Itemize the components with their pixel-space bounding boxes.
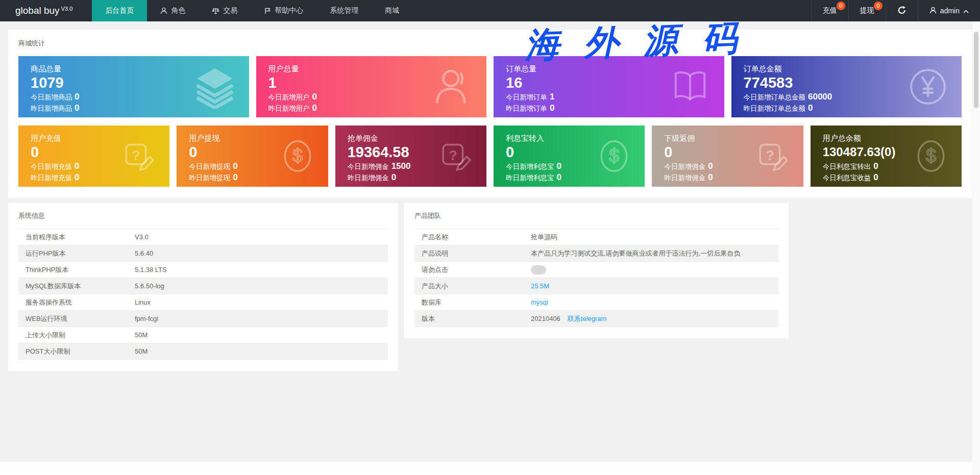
top-navbar: global buyV3.0 后台首页 角色 交易 帮助中心 系统管理 商城 充… [0,0,980,21]
recharge-badge: 0 [837,2,845,10]
stat-card-order-amount: 订单总金额 774583 今日新增订单总金额60000 昨日新增订单总金额0 [731,56,962,117]
card-line-value: 0 [312,92,317,102]
row-label: 产品说明 [414,249,531,258]
refresh-button[interactable] [886,0,918,21]
card-line-label: 今日新增提现 [189,163,230,170]
stat-card-order-commission: 抢单佣金 19364.58 今日新增佣金1500 昨日新增佣金0 ? [335,126,486,187]
card-line-label: 昨日新增利息宝 [506,174,554,182]
card-line-label: 今日新增佣金 [348,163,389,170]
card-line-label: 今日新增充值 [31,163,72,170]
stat-card-orders-total: 订单总量 16 今日新增订单1 昨日新增订单0 [494,56,724,117]
table-row: 请勿点击 [414,262,778,278]
refresh-icon [897,6,906,16]
admin-dropdown[interactable]: admin [918,0,980,21]
recharge-label: 充值 [823,6,837,15]
person-icon [929,7,937,15]
row-label: 版本 [414,314,531,323]
card-line-value: 0 [708,161,713,171]
menu-item-help[interactable]: 帮助中心 [251,0,316,21]
table-row: 当前程序版本V3.0 [18,229,388,245]
product-team-table: 产品名称抢单源码 产品说明本产品只为学习测试交流,请勿要做商业或者用于违法行为,… [414,229,778,327]
menu-label: 后台首页 [105,6,134,15]
row-label: POST大小限制 [18,347,135,356]
card-line-label: 今日新增利息宝 [506,163,554,170]
row-label: 数据库 [414,298,531,307]
svg-text:$: $ [292,145,303,166]
menu-item-roles[interactable]: 角色 [147,0,199,21]
product-team-title: 产品团队 [414,211,778,220]
menu-label: 角色 [171,6,185,15]
table-row: 上传大小限制50M [18,327,388,343]
scrollbar-thumb[interactable] [974,32,978,108]
card-line-label: 今日新增订单总金额 [744,93,806,101]
card-line-value: 0 [75,172,79,182]
card-line-value: 1500 [391,161,411,171]
table-row: ThinkPHP版本5.1.38 LTS [18,262,388,278]
svg-text:$: $ [926,145,936,166]
card-line-value: 0 [75,92,79,102]
row-value: 5.6.40 [135,249,388,257]
card-line-label: 昨日新增商品 [31,105,72,112]
card-line-value: 0 [873,172,878,182]
database-link[interactable]: mysql [531,298,548,306]
card-line-label: 昨日新增提现 [189,174,230,182]
card-line-label: 昨日新增佣金 [664,174,705,182]
row-value: 25.5M [531,282,778,290]
card-line-label: 今日新增佣金 [664,163,705,170]
card-line-value: 0 [808,103,813,113]
row-value: fpm-fcgi [135,315,388,322]
admin-label: admin [940,7,960,15]
scales-icon [212,7,219,15]
withdraw-label: 提现 [860,6,874,15]
system-info-table: 当前程序版本V3.0 运行PHP版本5.6.40 ThinkPHP版本5.1.3… [18,229,388,360]
layers-icon [193,65,237,109]
card-line-label: 昨日新增佣金 [348,174,389,182]
mall-statistics-panel: 商城统计 商品总量 1079 今日新增商品0 昨日新增商品0 用户总量 1 今日… [8,30,972,198]
stat-card-sub-commission: 下级返佣 0 今日新增佣金0 昨日新增佣金0 ? [652,126,803,187]
version-value: 20210406 [531,315,560,322]
recharge-button[interactable]: 充值 0 [811,0,848,21]
system-info-panel: 系统信息 当前程序版本V3.0 运行PHP版本5.6.40 ThinkPHP版本… [8,203,398,371]
row-value: Linux [135,298,388,306]
withdraw-button[interactable]: 提现 0 [848,0,886,21]
card-line-value: 60000 [808,92,832,102]
menu-item-mall[interactable]: 商城 [372,0,412,21]
scrollbar[interactable] [972,21,980,475]
menu-item-trade[interactable]: 交易 [199,0,251,21]
card-line-value: 0 [75,103,79,113]
chevron-up-icon [963,7,969,15]
row-label: 产品大小 [414,282,531,291]
dollar-circle-icon: $ [913,138,949,174]
row-value: mysql [531,298,778,306]
card-line-value: 0 [557,161,561,171]
card-line-label: 今日利息宝收益 [823,174,871,182]
stat-card-products-total: 商品总量 1079 今日新增商品0 昨日新增商品0 [18,56,249,117]
menu-label: 帮助中心 [275,6,303,15]
card-line-label: 昨日新增订单 [506,105,547,112]
telegram-link[interactable]: 联系telegram [568,314,607,323]
menu-item-dashboard[interactable]: 后台首页 [92,0,147,21]
card-line-value: 0 [233,172,237,182]
card-line-label: 今日新增用户 [268,93,310,101]
menu-label: 商城 [385,6,399,15]
dollar-circle-icon: $ [596,138,632,174]
table-row: 数据库mysql [414,294,778,311]
card-line-value: 0 [391,172,396,182]
card-line-value: 0 [873,161,878,171]
table-row: 产品名称抢单源码 [414,229,778,245]
card-line-label: 昨日新增订单总金额 [744,105,806,112]
stats-panel-title: 商城统计 [18,39,962,48]
row-label: 服务器操作系统 [18,298,135,307]
row-value: 抢单源码 [531,233,778,242]
row-value [531,265,778,274]
row-label: 产品名称 [414,233,531,242]
table-row: MySQL数据库版本5.6.50-log [18,278,388,294]
main-menu: 后台首页 角色 交易 帮助中心 系统管理 商城 [92,0,412,21]
menu-item-system[interactable]: 系统管理 [316,0,372,21]
logo-title: global buy [15,5,60,16]
stat-card-user-withdraw: 用户提现 0 今日新增提现0 昨日新增提现0 $ [177,126,328,187]
table-row: 产品大小25.5M [414,278,778,294]
product-size-link[interactable]: 25.5M [531,282,549,290]
row-value: 50M [135,331,388,339]
row-label: ThinkPHP版本 [18,265,135,274]
